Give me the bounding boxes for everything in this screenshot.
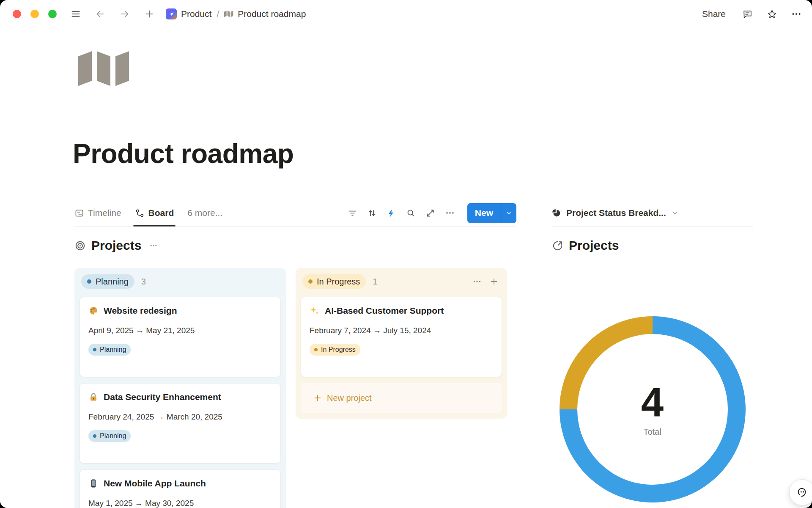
back-button[interactable] xyxy=(93,7,107,21)
sort-button[interactable] xyxy=(365,206,379,220)
ai-face-icon xyxy=(796,486,809,499)
status-dot xyxy=(308,279,313,284)
breadcrumb: Product / Product roadmap xyxy=(166,8,306,19)
card-dates: May 1, 2025 → May 30, 2025 xyxy=(88,499,272,508)
window-close-button[interactable] xyxy=(13,10,21,18)
plus-icon xyxy=(313,394,322,402)
comments-button[interactable] xyxy=(740,7,754,21)
board-columns: Planning 3 Website redesign April 9, 202… xyxy=(74,268,516,508)
ai-assistant-button[interactable] xyxy=(789,479,812,505)
card-dates: February 7, 2024 → July 15, 2024 xyxy=(310,326,493,335)
target-icon xyxy=(74,240,86,251)
tab-timeline[interactable]: Timeline xyxy=(74,200,121,226)
tab-label: Board xyxy=(148,208,174,218)
comment-bubble-icon xyxy=(742,9,753,19)
status-dot xyxy=(314,348,318,351)
map-icon xyxy=(78,50,131,88)
plus-icon xyxy=(489,277,499,286)
column-planning: Planning 3 Website redesign April 9, 202… xyxy=(74,268,286,508)
card-status-badge: Planning xyxy=(88,344,131,356)
teamspace-icon[interactable] xyxy=(166,8,177,19)
breadcrumb-team[interactable]: Product xyxy=(181,9,211,19)
page-icon-map[interactable] xyxy=(78,50,131,88)
new-page-button[interactable] xyxy=(142,7,156,21)
forward-arrow-icon xyxy=(120,9,130,19)
expand-button[interactable] xyxy=(423,206,438,220)
project-card-website-redesign[interactable]: Website redesign April 9, 2025 → May 21,… xyxy=(80,297,281,377)
window-minimize-button[interactable] xyxy=(30,10,39,18)
card-dates: April 9, 2025 → May 21, 2025 xyxy=(88,326,272,335)
group-count: 3 xyxy=(141,277,146,287)
status-label: In Progress xyxy=(321,346,356,353)
favorite-button[interactable] xyxy=(765,7,779,21)
filter-icon xyxy=(348,208,357,218)
chevron-down-icon xyxy=(506,210,512,216)
board-view-icon xyxy=(135,208,145,218)
new-project-button[interactable]: New project xyxy=(301,383,502,413)
donut-center: 4 Total xyxy=(560,316,746,502)
star-icon xyxy=(767,9,777,19)
chart-heading: Projects xyxy=(552,238,753,253)
chart-heading-title: Projects xyxy=(569,238,619,253)
map-page-icon-small xyxy=(224,10,233,18)
lock-icon xyxy=(88,392,99,402)
forward-button[interactable] xyxy=(118,7,132,21)
tab-label: Timeline xyxy=(88,208,121,218)
card-title: Data Security Enhancement xyxy=(104,392,221,402)
chart-view-label: Project Status Breakd... xyxy=(566,208,666,218)
board-heading-menu-button[interactable] xyxy=(149,241,158,250)
search-icon xyxy=(406,208,416,218)
group-menu-button[interactable] xyxy=(471,275,483,288)
view-options-button[interactable] xyxy=(443,206,457,220)
sidebar-menu-button[interactable] xyxy=(69,7,83,21)
new-button-label[interactable]: New xyxy=(467,203,501,223)
ellipsis-icon xyxy=(149,241,158,250)
ellipsis-icon xyxy=(791,8,802,19)
chevron-down-icon xyxy=(672,210,678,216)
group-badge-in-progress[interactable]: In Progress xyxy=(302,274,366,289)
more-options-button[interactable] xyxy=(789,7,804,21)
new-project-label: New project xyxy=(327,393,372,403)
group-badge-planning[interactable]: Planning xyxy=(81,274,134,289)
more-views-button[interactable]: 6 more... xyxy=(187,208,222,218)
chart-arrow-icon xyxy=(552,240,563,251)
breadcrumb-separator: / xyxy=(217,9,219,19)
status-dot xyxy=(93,434,96,438)
tab-board[interactable]: Board xyxy=(135,200,174,226)
hamburger-icon xyxy=(71,9,81,19)
new-button[interactable]: New xyxy=(467,203,516,223)
palette-icon xyxy=(88,306,99,316)
project-card-data-security[interactable]: Data Security Enhancement February 24, 2… xyxy=(80,383,281,464)
filter-button[interactable] xyxy=(346,206,360,220)
card-title: AI-Based Customer Support xyxy=(325,306,444,316)
donut-chart: 4 Total xyxy=(560,316,746,502)
automations-button[interactable] xyxy=(384,206,399,220)
column-in-progress: In Progress 1 AI-Bas xyxy=(296,268,507,419)
project-card-mobile-app[interactable]: New Mobile App Launch May 1, 2025 → May … xyxy=(80,469,281,508)
group-count: 1 xyxy=(373,277,377,287)
column-header: Planning 3 xyxy=(80,272,281,291)
project-card-ai-support[interactable]: AI-Based Customer Support February 7, 20… xyxy=(301,297,502,377)
breadcrumb-page[interactable]: Product roadmap xyxy=(238,9,306,19)
chart-view-selector[interactable]: Project Status Breakd... xyxy=(552,200,753,226)
page-title: Product roadmap xyxy=(73,138,294,169)
share-button[interactable]: Share xyxy=(698,6,730,22)
search-button[interactable] xyxy=(404,206,418,220)
plus-icon xyxy=(144,9,154,19)
ellipsis-icon xyxy=(445,208,455,218)
card-status-badge: Planning xyxy=(88,430,131,442)
back-arrow-icon xyxy=(95,9,105,19)
card-title: New Mobile App Launch xyxy=(104,478,206,489)
status-dot xyxy=(93,348,96,351)
sort-arrows-icon xyxy=(367,208,377,218)
ellipsis-icon xyxy=(472,277,482,286)
column-header: In Progress 1 xyxy=(301,272,502,291)
lightning-icon xyxy=(387,208,396,218)
card-title: Website redesign xyxy=(104,306,177,316)
window-zoom-button[interactable] xyxy=(48,10,57,18)
sparkles-icon xyxy=(310,306,320,316)
app-window: Product / Product roadmap Share Product … xyxy=(0,0,812,508)
board-heading: Projects xyxy=(74,238,516,253)
group-add-button[interactable] xyxy=(488,275,500,288)
new-button-dropdown[interactable] xyxy=(501,203,516,223)
